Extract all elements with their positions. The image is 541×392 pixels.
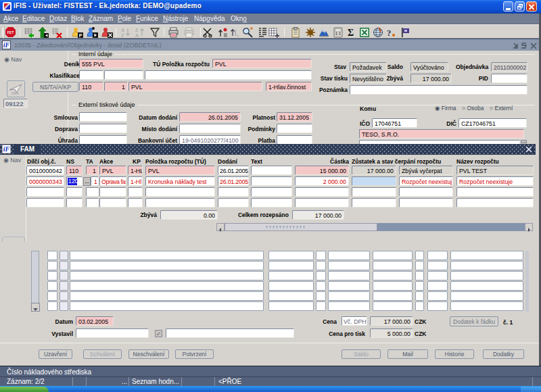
svg-text:Σ: Σ xyxy=(348,28,354,38)
svg-text:?: ? xyxy=(387,28,392,38)
svg-text:A: A xyxy=(135,33,139,38)
svg-text:Z: Z xyxy=(121,33,124,38)
svg-text:A: A xyxy=(121,28,124,32)
svg-text:P: P xyxy=(79,33,83,38)
svg-text:FET: FET xyxy=(7,30,14,34)
svg-text:Z: Z xyxy=(135,28,139,32)
